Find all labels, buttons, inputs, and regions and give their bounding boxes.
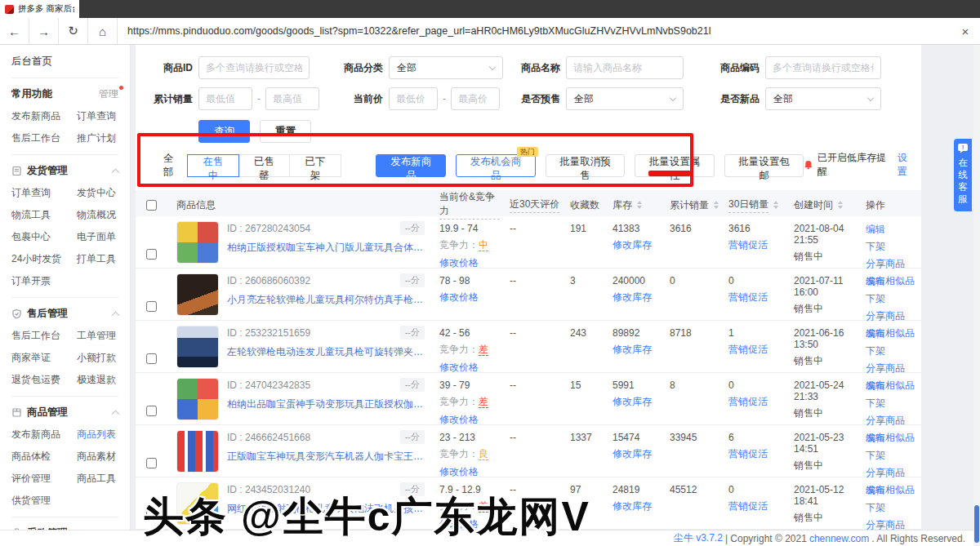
section-aftersale-title[interactable]: 售后管理: [11, 307, 68, 321]
browser-tab[interactable]: 拼多多 商家后台: [0, 0, 79, 18]
product-image[interactable]: [176, 378, 219, 420]
modify-stock-link[interactable]: 修改库存: [612, 238, 655, 252]
sidebar-link[interactable]: 退货包运费: [11, 373, 77, 387]
reset-button[interactable]: 重置: [260, 120, 311, 143]
product-title[interactable]: 左轮软弹枪电动连发儿童玩具枪可旋转弹夹手枪仿真模型可发射子弹: [227, 345, 425, 359]
sidebar-link[interactable]: 物流工具: [11, 208, 77, 222]
action-edit-link[interactable]: 编辑: [866, 223, 916, 237]
sidebar-link[interactable]: 商品素材: [77, 450, 118, 464]
price-max-input[interactable]: [451, 87, 500, 110]
row-checkbox[interactable]: [146, 353, 157, 364]
sidebar-link[interactable]: 订单查询: [77, 109, 118, 123]
scrollbar-thumb[interactable]: [974, 505, 979, 543]
category-select[interactable]: 全部: [389, 56, 503, 79]
total-sales-min-input[interactable]: [198, 87, 252, 110]
product-image[interactable]: [176, 430, 219, 473]
sidebar-link[interactable]: 订单查询: [11, 186, 77, 200]
promote-link[interactable]: 营销促活: [728, 291, 779, 304]
modify-stock-link[interactable]: 修改库存: [612, 499, 655, 513]
chevron-up-icon[interactable]: [112, 410, 120, 418]
action-delist-link[interactable]: 下架: [866, 397, 916, 411]
promote-link[interactable]: 营销促活: [728, 343, 779, 357]
sidebar-link[interactable]: 商品体检: [11, 450, 77, 464]
manage-link[interactable]: 管理: [99, 87, 118, 101]
tab-onsale[interactable]: 在售中: [187, 154, 239, 177]
sort-icon[interactable]: [637, 201, 642, 209]
sidebar-link[interactable]: 售后工作台: [11, 131, 77, 145]
sidebar-link[interactable]: 发布新商品: [11, 109, 77, 123]
row-checkbox[interactable]: [146, 249, 157, 260]
chevron-up-icon[interactable]: [112, 168, 120, 176]
action-delist-link[interactable]: 下架: [866, 449, 916, 463]
url-bar[interactable]: https://mms.pinduoduo.com/goods/goods_li…: [118, 18, 951, 44]
sidebar-link[interactable]: 小额打款: [77, 351, 118, 365]
forward-button[interactable]: →: [29, 18, 59, 44]
sidebar-link[interactable]: 极速退款: [77, 373, 118, 387]
sidebar-link[interactable]: 24小时发货: [11, 252, 77, 266]
chevron-up-icon[interactable]: [112, 311, 120, 319]
sidebar-link[interactable]: 发布新商品: [11, 428, 77, 442]
sidebar-link[interactable]: 评价管理: [11, 472, 77, 486]
product-image[interactable]: [176, 273, 219, 316]
sidebar-link[interactable]: 商家举证: [11, 351, 77, 365]
sidebar-link[interactable]: 工单管理: [77, 329, 118, 343]
promote-link[interactable]: 营销促活: [728, 499, 779, 513]
row-checkbox[interactable]: [146, 406, 157, 416]
sidebar-link[interactable]: 供货管理: [11, 494, 77, 508]
sidebar-link[interactable]: 电子面单: [77, 230, 118, 244]
sidebar-link[interactable]: 推广计划: [77, 131, 118, 145]
sidebar-link[interactable]: 打单工具: [77, 252, 118, 266]
product-image[interactable]: [176, 482, 219, 525]
product-title[interactable]: 柏纳出品咖宝蛋神手动变形玩具正版授权伽卡宝恐龙蛋翼龙儿童玩具: [227, 397, 425, 411]
footer-version-link[interactable]: 尘牛 v3.7.2: [674, 531, 723, 545]
sidebar-link[interactable]: 包裹中心: [11, 230, 77, 244]
section-goods-title[interactable]: 商品管理: [11, 406, 68, 419]
new-select[interactable]: 全部: [765, 87, 881, 110]
stock-setting-link[interactable]: 设置: [898, 151, 916, 179]
select-all-checkbox[interactable]: [146, 200, 157, 211]
total-sales-max-input[interactable]: [265, 87, 319, 110]
footer-site-link[interactable]: chennew.com: [809, 533, 869, 544]
tab-soldout[interactable]: 已售罄: [238, 154, 291, 177]
action-delist-link[interactable]: 下架: [866, 292, 916, 306]
scrollbar-track[interactable]: [973, 45, 980, 546]
modify-stock-link[interactable]: 修改库存: [612, 291, 655, 304]
sidebar-link[interactable]: 发货中心: [77, 186, 118, 200]
back-button[interactable]: ←: [0, 18, 29, 44]
product-title[interactable]: 小月亮左轮软弹枪儿童玩具柯尔特仿真手枪模型可发射软蛋男孩手枪: [227, 293, 425, 307]
publish-new-button[interactable]: 发布新商品: [376, 154, 446, 177]
row-checkbox[interactable]: [146, 510, 157, 521]
sidebar-link[interactable]: 商品列表: [77, 428, 118, 442]
goods-id-input[interactable]: [198, 56, 310, 79]
action-delist-link[interactable]: 下架: [866, 501, 916, 515]
online-service-tab[interactable]: ! 在线客服: [954, 139, 972, 211]
sidebar-link[interactable]: 售后工作台: [11, 329, 77, 343]
section-shipping-title[interactable]: 发货管理: [11, 164, 68, 178]
modify-stock-link[interactable]: 修改库存: [612, 343, 655, 357]
col-reviews-30d[interactable]: 近30天评价: [510, 198, 559, 213]
promote-link[interactable]: 营销促活: [728, 238, 779, 252]
promote-link[interactable]: 营销促活: [728, 395, 779, 409]
tab-delisted[interactable]: 已下架: [289, 154, 341, 177]
tab-all[interactable]: 全部: [150, 152, 186, 180]
refresh-button[interactable]: ↻: [59, 18, 88, 44]
action-delist-link[interactable]: 下架: [866, 240, 916, 254]
batch-set-free-shipping-button[interactable]: 批量设置包邮: [724, 154, 804, 177]
sort-icon[interactable]: [773, 201, 778, 209]
promote-link[interactable]: 营销促活: [728, 447, 779, 461]
batch-cancel-presale-button[interactable]: 批量取消预售: [546, 154, 626, 177]
sort-icon[interactable]: [838, 201, 843, 209]
product-image[interactable]: [176, 326, 219, 368]
modify-price-link[interactable]: 修改价格: [439, 291, 495, 304]
goods-code-input[interactable]: [765, 56, 881, 79]
sidebar-item-home[interactable]: 后台首页: [11, 55, 118, 69]
home-button[interactable]: ⌂: [88, 18, 118, 44]
presale-select[interactable]: 全部: [566, 87, 684, 110]
action-edit-link[interactable]: 编辑: [866, 380, 916, 393]
search-button[interactable]: 查询: [198, 120, 250, 143]
stop-button[interactable]: ×: [951, 18, 980, 44]
goods-name-input[interactable]: [566, 56, 684, 79]
row-checkbox[interactable]: [146, 301, 157, 312]
product-title[interactable]: 网红同款弹射飞机枪儿童玩具泡沫飞机男孩空战对决一键连发飞机枪: [227, 502, 425, 516]
publish-opportunity-button[interactable]: 发布机会商品 热门: [456, 154, 536, 177]
